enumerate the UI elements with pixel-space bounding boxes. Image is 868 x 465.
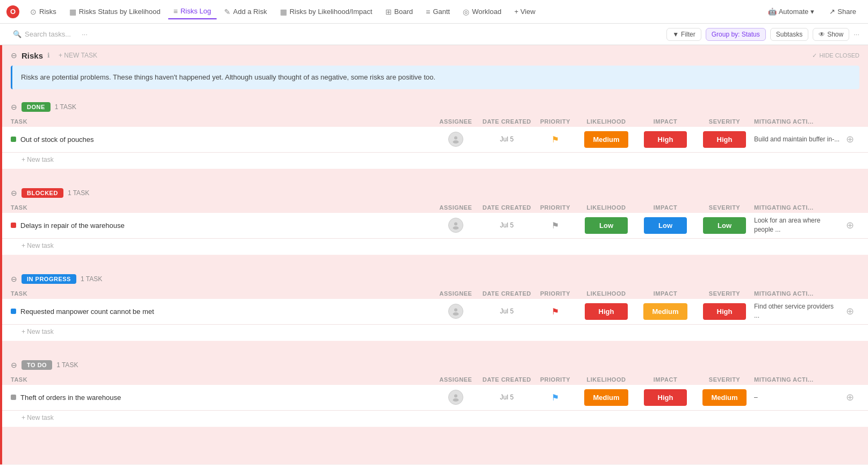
search-icon: 🔍 <box>13 30 21 38</box>
automate-label: Automate <box>779 8 809 16</box>
hide-closed-button[interactable]: ✓ HIDE CLOSED <box>812 52 859 59</box>
table-header-blocked: TASK ASSIGNEE DATE CREATED PRIORITY LIKE… <box>2 202 868 213</box>
risks-status-icon: ▦ <box>69 8 76 16</box>
assignee-cell[interactable] <box>432 132 480 147</box>
section-header-to-do[interactable]: ⊖ TO DO 1 TASK <box>2 356 868 374</box>
new-task-button[interactable]: + NEW TASK <box>54 51 102 60</box>
add-cell[interactable]: ⊕ <box>840 219 859 231</box>
col-header-severity: SEVERITY <box>695 290 754 297</box>
col-header-likelihood: LIKELIHOOD <box>577 290 636 297</box>
section-count-in-progress: 1 TASK <box>81 275 102 283</box>
severity-badge: High <box>703 131 746 148</box>
nav-item-add-risk[interactable]: ✎ Add a Risk <box>219 5 272 19</box>
assignee-cell[interactable] <box>432 218 480 233</box>
section-collapse-icon: ⊖ <box>11 189 17 197</box>
search-box[interactable]: 🔍 Search tasks... <box>9 28 75 40</box>
nav-item-risks[interactable]: ⊙ Risks <box>25 5 62 19</box>
add-icon[interactable]: ⊕ <box>846 219 854 231</box>
new-task-row[interactable]: + New task <box>2 153 868 169</box>
subtasks-button[interactable]: Subtasks <box>770 28 808 41</box>
share-label: Share <box>837 8 856 16</box>
assignee-cell[interactable] <box>432 390 480 405</box>
group-by-label: Group by: Status <box>712 31 760 38</box>
add-cell[interactable]: ⊕ <box>840 305 859 317</box>
risks-info-icon[interactable]: ℹ <box>47 52 50 59</box>
priority-cell: ⚑ <box>534 134 577 145</box>
automate-button[interactable]: 🤖 Automate ▾ <box>763 5 820 18</box>
nav-item-board[interactable]: ⊞ Board <box>380 5 419 19</box>
eye-icon: 👁 <box>819 31 825 38</box>
collapse-icon[interactable]: ⊖ <box>11 51 17 60</box>
col-header-severity: SEVERITY <box>695 118 754 125</box>
avatar <box>448 218 463 233</box>
priority-flag: ⚑ <box>551 392 559 403</box>
nav-item-risks-log[interactable]: ≡ Risks Log <box>168 4 217 19</box>
group-by-button[interactable]: Group by: Status <box>706 28 766 41</box>
nav-item-plus-view[interactable]: + View <box>509 5 541 18</box>
nav-label-gantt: Gantt <box>433 8 450 16</box>
nav-item-workload[interactable]: ◎ Workload <box>457 5 507 19</box>
gantt-icon: ≡ <box>426 8 430 16</box>
new-task-row[interactable]: + New task <box>2 325 868 341</box>
sections-container: ⊖ DONE 1 TASK TASK ASSIGNEE DATE CREATED… <box>2 98 868 438</box>
add-icon[interactable]: ⊕ <box>846 305 854 317</box>
table-row[interactable]: Delays in repair of the warehouse Jul 5 … <box>2 213 868 239</box>
subtasks-label: Subtasks <box>776 31 802 38</box>
section-collapse-icon: ⊖ <box>11 275 17 283</box>
likelihood-badge: Medium <box>584 389 628 406</box>
nav-label-risks-likelihood: Risks by Likelihood/Impact <box>290 8 372 16</box>
task-name: Theft of orders in the warehouse <box>20 394 121 402</box>
avatar <box>448 304 463 319</box>
toolbar-overflow-icon[interactable]: ··· <box>853 30 859 38</box>
nav-label-risks-status: Risks Status by Likelihood <box>79 8 161 16</box>
risks-likelihood-icon: ▦ <box>280 8 287 16</box>
table-row[interactable]: Out of stock of pouches Jul 5 ⚑ Medium H… <box>2 127 868 153</box>
section-badge-blocked: BLOCKED <box>21 188 63 198</box>
filter-icon: ▼ <box>672 31 679 38</box>
section-header-in-progress[interactable]: ⊖ IN PROGRESS 1 TASK <box>2 270 868 288</box>
priority-flag: ⚑ <box>551 306 559 317</box>
table-header-done: TASK ASSIGNEE DATE CREATED PRIORITY LIKE… <box>2 116 868 127</box>
section-header-done[interactable]: ⊖ DONE 1 TASK <box>2 98 868 116</box>
risks-log-icon: ≡ <box>174 7 178 16</box>
impact-cell: High <box>636 389 695 406</box>
table-row[interactable]: Requested manpower count cannot be met J… <box>2 299 868 325</box>
priority-flag: ⚑ <box>551 134 559 145</box>
svg-point-2 <box>454 223 457 226</box>
nav-label-add-risk: Add a Risk <box>233 8 267 16</box>
nav-item-risks-status[interactable]: ▦ Risks Status by Likelihood <box>64 5 166 19</box>
add-icon[interactable]: ⊕ <box>846 391 854 403</box>
col-header-task: TASK <box>11 376 432 383</box>
search-placeholder: Search tasks... <box>25 30 71 38</box>
show-button[interactable]: 👁 Show <box>813 28 849 41</box>
add-icon[interactable]: ⊕ <box>846 133 854 145</box>
section-header-blocked[interactable]: ⊖ BLOCKED 1 TASK <box>2 184 868 202</box>
section-collapse-icon: ⊖ <box>11 361 17 369</box>
add-cell[interactable]: ⊕ <box>840 133 859 145</box>
section-count-done: 1 TASK <box>55 103 76 111</box>
task-color-dot <box>11 223 16 228</box>
hide-closed-label: HIDE CLOSED <box>819 52 859 59</box>
col-header-date: DATE CREATED <box>480 118 534 125</box>
nav-item-gantt[interactable]: ≡ Gantt <box>420 5 455 19</box>
info-text: Risks are potential problems. These thin… <box>21 73 435 81</box>
add-cell[interactable]: ⊕ <box>840 391 859 403</box>
toolbar-more-button[interactable]: ··· <box>80 28 90 40</box>
col-header-severity: SEVERITY <box>695 376 754 383</box>
assignee-cell[interactable] <box>432 304 480 319</box>
col-header-date: DATE CREATED <box>480 204 534 211</box>
col-header-mitigating: MITIGATING ACTI... <box>754 204 840 211</box>
impact-badge: High <box>644 389 687 406</box>
task-name-cell: Delays in repair of the warehouse <box>11 221 432 230</box>
impact-cell: Low <box>636 217 695 234</box>
table-row[interactable]: Theft of orders in the warehouse Jul 5 ⚑… <box>2 385 868 411</box>
filter-button[interactable]: ▼ Filter <box>666 28 701 41</box>
risks-header: ⊖ Risks ℹ + NEW TASK ✓ HIDE CLOSED <box>2 45 868 66</box>
severity-badge: High <box>703 303 746 320</box>
col-header-likelihood: LIKELIHOOD <box>577 376 636 383</box>
nav-item-risks-likelihood[interactable]: ▦ Risks by Likelihood/Impact <box>275 5 378 19</box>
new-task-row[interactable]: + New task <box>2 239 868 255</box>
share-button[interactable]: ↗ Share <box>824 5 862 18</box>
impact-cell: High <box>636 131 695 148</box>
new-task-row[interactable]: + New task <box>2 411 868 427</box>
